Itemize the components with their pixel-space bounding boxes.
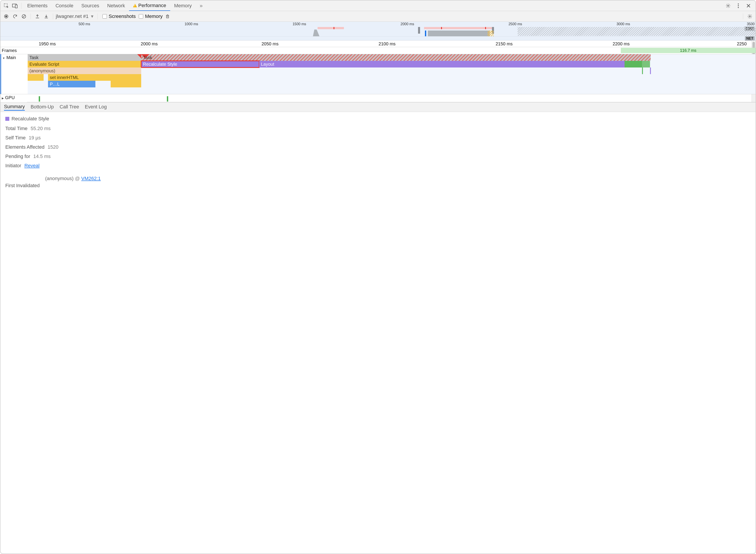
task-block-long[interactable]: Task xyxy=(141,54,651,61)
tab-console-label: Console xyxy=(56,3,73,9)
task-block[interactable]: Task xyxy=(28,54,141,61)
summary-panel: Recalculate Style Total Time 55.20 ms Se… xyxy=(0,112,756,196)
layout-label: Layout xyxy=(261,62,274,67)
svg-point-6 xyxy=(738,7,739,8)
micro-block xyxy=(642,67,643,74)
zoom-ruler[interactable]: 1950 ms 2000 ms 2050 ms 2100 ms 2150 ms … xyxy=(0,41,756,47)
micro-block xyxy=(650,67,651,74)
tab-console[interactable]: Console xyxy=(52,0,77,11)
reload-record-button[interactable] xyxy=(11,12,19,20)
frames-track-label: Frames xyxy=(0,47,27,54)
tab-performance[interactable]: Performance xyxy=(129,0,170,11)
summary-color-swatch xyxy=(5,117,9,121)
summary-source-location: (anonymous) @ VM262:1 xyxy=(45,176,751,181)
screenshots-checkbox-label: Screenshots xyxy=(109,13,136,19)
overview-idle-hatch xyxy=(518,27,756,36)
overview-tick: 2500 ms xyxy=(508,22,523,26)
screenshots-checkbox-input[interactable] xyxy=(103,14,107,18)
tab-summary-label: Summary xyxy=(4,104,25,109)
overview-tick: 3500 xyxy=(747,22,756,26)
micro-block[interactable] xyxy=(111,81,141,88)
session-select-value: jlwagner.net #1 xyxy=(56,13,95,19)
download-profile-button[interactable] xyxy=(42,12,50,20)
settings-gear-icon[interactable] xyxy=(724,1,733,10)
overview-longtask-marker xyxy=(441,27,442,29)
inspect-icon[interactable] xyxy=(2,1,11,10)
evaluate-script-block[interactable]: Evaluate Script xyxy=(28,61,141,67)
micro-block[interactable] xyxy=(28,74,44,81)
overview-cpu-blue xyxy=(425,31,426,36)
overview-minimap[interactable]: 500 ms 1000 ms 1500 ms 2000 ms 2500 ms 3… xyxy=(0,22,756,41)
session-select[interactable]: jlwagner.net #1 ▾ xyxy=(56,13,95,19)
tab-elements[interactable]: Elements xyxy=(23,0,52,11)
tab-network-label: Network xyxy=(107,3,125,9)
gpu-track[interactable]: GPU xyxy=(0,94,756,102)
toolbar-divider xyxy=(97,13,98,19)
tab-bottom-up[interactable]: Bottom-Up xyxy=(31,104,54,110)
spacer xyxy=(5,172,751,176)
anonymous-block[interactable]: (anonymous) xyxy=(28,67,141,74)
tab-sources[interactable]: Sources xyxy=(77,0,103,11)
overview-net-lane: NET xyxy=(0,36,756,40)
tab-memory[interactable]: Memory xyxy=(170,0,196,11)
garbage-collect-button[interactable] xyxy=(164,12,171,20)
initiator-reveal-link[interactable]: Reveal xyxy=(24,163,39,169)
screenshots-checkbox[interactable]: Screenshots xyxy=(103,13,136,19)
summary-title-row: Recalculate Style xyxy=(5,116,751,122)
memory-checkbox-input[interactable] xyxy=(139,14,143,18)
svg-point-5 xyxy=(738,5,739,6)
tab-event-log-label: Event Log xyxy=(85,104,107,110)
overview-tick: 1500 ms xyxy=(292,22,307,26)
set-innerhtml-block[interactable]: set innerHTML xyxy=(48,74,141,81)
recalculate-style-block[interactable]: Recalculate Style xyxy=(141,61,259,67)
tab-elements-label: Elements xyxy=(27,3,48,9)
record-button[interactable] xyxy=(2,12,10,20)
summary-key: Elements Affected xyxy=(5,144,45,150)
summary-key: Total Time xyxy=(5,126,28,131)
clear-button[interactable] xyxy=(20,12,28,20)
overview-tick: 1000 ms xyxy=(184,22,199,26)
tabbar-right xyxy=(724,1,754,10)
summary-source-fn: (anonymous) xyxy=(45,176,73,181)
tab-network[interactable]: Network xyxy=(103,0,129,11)
main-lane: Task Task Evaluate Script Recalculate St… xyxy=(28,54,756,94)
svg-rect-2 xyxy=(15,5,17,8)
svg-point-11 xyxy=(749,16,751,17)
summary-pending-for: Pending for 14.5 ms xyxy=(5,154,751,159)
toolbar-divider xyxy=(743,13,743,19)
summary-value: 55.20 ms xyxy=(31,126,51,131)
gpu-tick xyxy=(167,96,168,102)
summary-elements-affected: Elements Affected 1520 xyxy=(5,144,751,150)
summary-first-invalidated: First Invalidated xyxy=(5,183,751,188)
svg-point-3 xyxy=(727,5,729,6)
overview-selection-handle[interactable] xyxy=(418,27,420,34)
composite-block[interactable] xyxy=(642,61,650,67)
device-toggle-icon[interactable] xyxy=(11,1,19,10)
tab-summary[interactable]: Summary xyxy=(4,104,25,111)
summary-source-at: @ xyxy=(75,176,80,181)
paint-block[interactable] xyxy=(625,61,642,67)
main-track[interactable]: Main Task Task Evaluate Script xyxy=(0,54,756,94)
layout-block[interactable]: Layout xyxy=(259,61,625,67)
overview-cpu-lane: CPU xyxy=(0,26,756,36)
capture-settings-gear-icon[interactable] xyxy=(746,12,754,20)
task-label: Task xyxy=(30,55,39,60)
ruler-tick: 1950 ms xyxy=(39,41,57,47)
overview-longtask-marker xyxy=(333,27,334,29)
parse-html-block[interactable]: P…L xyxy=(48,81,95,88)
details-tabbar: Summary Bottom-Up Call Tree Event Log xyxy=(0,102,756,112)
tab-call-tree[interactable]: Call Tree xyxy=(59,104,79,110)
summary-title: Recalculate Style xyxy=(11,116,49,122)
frame-chip[interactable]: 116.7 ms xyxy=(621,48,756,53)
overview-tick: 3000 ms xyxy=(616,22,631,26)
frame-chip-label: 116.7 ms xyxy=(680,48,696,53)
memory-checkbox[interactable]: Memory xyxy=(139,13,162,19)
kebab-menu-icon[interactable] xyxy=(734,1,743,10)
upload-profile-button[interactable] xyxy=(34,12,41,20)
set-innerhtml-label: set innerHTML xyxy=(50,75,79,80)
summary-source-link[interactable]: VM262:1 xyxy=(81,176,101,181)
frames-track[interactable]: Frames 116.7 ms xyxy=(0,47,756,54)
tab-event-log[interactable]: Event Log xyxy=(85,104,107,110)
close-devtools-icon[interactable] xyxy=(744,1,753,10)
tabs-overflow[interactable] xyxy=(196,0,207,11)
